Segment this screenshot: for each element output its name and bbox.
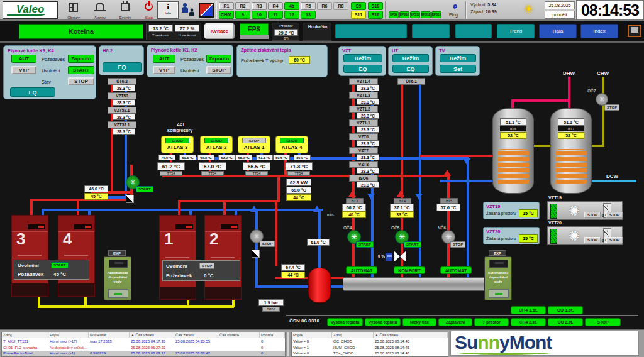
table-cell[interactable]	[218, 345, 260, 351]
relay-button-12[interactable]: 12	[284, 11, 299, 19]
table-cell[interactable]: T_AKU_TT121	[2, 339, 48, 344]
vzt-eq-button[interactable]: EQ	[343, 65, 382, 73]
relay-button-s11[interactable]: S11	[351, 11, 366, 19]
table-cell[interactable]: 0	[260, 351, 285, 356]
relay-button-s16[interactable]: S16	[368, 11, 383, 19]
houkacka-button[interactable]: Houkačka	[303, 23, 331, 41]
table-cell[interactable]	[218, 339, 260, 344]
tv-set-button[interactable]: Set	[440, 65, 476, 73]
status-button-co-2-st-[interactable]: CO 2.st.	[548, 318, 583, 326]
relay-button-s10[interactable]: S10	[368, 2, 383, 10]
table-cell[interactable]: Value = 1	[292, 345, 332, 351]
boiler34-uvolneni-state[interactable]: START	[51, 262, 69, 268]
info-button[interactable]: iInfo	[157, 1, 179, 19]
boiler-1[interactable]: 1	[159, 215, 196, 300]
status-button-ch4-1-st-[interactable]: CH4 1.st.	[511, 306, 546, 314]
table-cell[interactable]: CH01_FL2_porucha	[2, 345, 48, 351]
weekday-display[interactable]: pondělí	[545, 11, 575, 19]
status-button-zaplavení[interactable]: Zaplavení	[438, 318, 472, 326]
table-cell[interactable]: 25.08.2025 08:03:42	[174, 351, 218, 356]
table-cell[interactable]: Horní mez (>17)	[48, 339, 89, 344]
vzt19-setpoint[interactable]: 15 °C	[519, 209, 538, 217]
table-cell[interactable]: 0.996229	[89, 351, 130, 356]
eventy-button[interactable]: Eventy	[113, 1, 137, 19]
table-cell[interactable]: 25.08.2025 04:20:55	[174, 339, 218, 344]
table-header-cell[interactable]: Popis	[292, 332, 332, 338]
k34-uvolneni-value[interactable]: START	[68, 66, 94, 74]
table-header-cell[interactable]: Priorita	[260, 332, 285, 338]
boiler-4[interactable]: 4	[58, 215, 95, 297]
table-cell[interactable]: HUM_CHOD	[332, 345, 374, 351]
vzt19-stop-button-2[interactable]: STOP	[606, 212, 623, 218]
table-header-cell[interactable]: ▲ Čas vzniku	[374, 332, 448, 338]
eps-button-eps9[interactable]: EPS9	[389, 11, 399, 18]
table-cell[interactable]: Horní mez (>1)	[48, 351, 89, 356]
zzt-setpoint-value[interactable]: 60 °C	[289, 56, 310, 64]
tv-rezim-button[interactable]: Režim	[440, 54, 476, 62]
relay-button-r5[interactable]: R5	[301, 2, 316, 10]
status-button-t-prostor[interactable]: T prostor	[474, 318, 509, 326]
relay-button-r8[interactable]: R8	[333, 2, 348, 10]
table-cell[interactable]: 25.08.2025 08:14:45	[374, 339, 448, 344]
eps-button-eps12[interactable]: EPS12	[421, 11, 431, 18]
bt-setpoint-bt3[interactable]: 40 °C	[342, 211, 366, 218]
bt6-setpoint[interactable]: 52 °C	[500, 132, 526, 139]
relay-button-ch01[interactable]: CH01	[219, 11, 234, 19]
ping-button[interactable]: Ping	[444, 1, 463, 19]
table-cell[interactable]: 25.08.2025 04:17:36	[130, 339, 174, 344]
ut-eq-button[interactable]: EQ	[392, 65, 429, 73]
relay-button-4b[interactable]: 4b	[284, 2, 299, 10]
table-cell[interactable]	[174, 345, 218, 351]
table-cell[interactable]: max 17.2633	[89, 339, 130, 344]
table-header-cell[interactable]: Popis	[48, 332, 89, 338]
exp-device-2[interactable]: Automatické dopouštění vody	[484, 256, 512, 300]
eps-button-eps11[interactable]: EPS11	[410, 11, 420, 18]
compressor-atlas-1[interactable]: STOPATLAS 1	[238, 136, 270, 153]
table-header-cell[interactable]: Komentář	[89, 332, 130, 338]
k34-eq-button[interactable]: EQ	[10, 87, 55, 97]
boiler-2[interactable]: 2	[204, 215, 242, 300]
nav-blank-button-1[interactable]	[335, 24, 407, 38]
h62-eq-button[interactable]: EQ	[103, 62, 142, 72]
alarm-table[interactable]: ZdrojPopisKomentář▲ Čas vznikuČas zániku…	[1, 332, 286, 357]
k12-vyp-button[interactable]: VYP	[153, 66, 175, 74]
exp-device-1[interactable]: Automatické dopouštění vody	[104, 256, 131, 300]
k34-aut-button[interactable]: AUT	[11, 55, 36, 63]
table-header-cell[interactable]: Zdroj	[332, 332, 374, 338]
hala-button[interactable]: Hala	[539, 24, 577, 38]
vzt-rezim-button[interactable]: Režim	[343, 54, 382, 62]
boiler12-uvolneni-state[interactable]: STOP	[199, 263, 214, 269]
bt-setpoint-bt4[interactable]: 33 °C	[390, 211, 414, 218]
k34-vyp-button[interactable]: VYP	[11, 66, 36, 74]
boiler34-setpoint[interactable]: 45 °C	[84, 193, 108, 200]
bt7-setpoint[interactable]: 52 °C	[558, 132, 584, 139]
table-cell[interactable]: 25.08.2025 05:27:22	[130, 345, 174, 351]
table-cell[interactable]: PowerFactorTotal	[2, 351, 48, 356]
table-cell[interactable]	[218, 351, 260, 356]
status-button-stop[interactable]: STOP	[585, 318, 621, 326]
ut-rezim-button[interactable]: Režim	[392, 54, 429, 62]
index-button[interactable]: Index	[580, 24, 618, 38]
kotelna-title-button[interactable]: Kotelna	[19, 24, 143, 39]
k12-pozadavek-value[interactable]: Zapnuto	[206, 55, 231, 63]
status-button-co-1-st-[interactable]: CO 1.st.	[548, 306, 583, 314]
status-button-nízký-tlak[interactable]: Nízký tlak	[402, 318, 436, 326]
eps-button[interactable]: EPS	[240, 23, 269, 39]
table-cell[interactable]: 0	[260, 345, 285, 351]
t674-setpoint[interactable]: 44 °C	[281, 272, 305, 278]
trend-button[interactable]: Trend	[497, 24, 535, 38]
kw-setpoint[interactable]: 44 °C	[286, 194, 311, 201]
relay-button-r4[interactable]: R4	[268, 2, 283, 10]
mode-button-bt5[interactable]: AUTOMAT	[440, 266, 472, 274]
vzt19-stop-button-1[interactable]: STOP	[584, 212, 601, 218]
eps-button-eps10[interactable]: EPS10	[399, 11, 409, 18]
relay-button-r2[interactable]: R2	[235, 2, 250, 10]
table-cell[interactable]: 0	[260, 339, 285, 344]
nav-blank-button-3[interactable]	[455, 24, 492, 38]
relay-button-10[interactable]: 10	[252, 11, 267, 19]
alarm-table-scrollbar[interactable]	[286, 332, 290, 357]
oc7-pump[interactable]: ✳	[596, 93, 608, 106]
eps-button-eps13[interactable]: EPS13	[431, 11, 441, 18]
obrazy-button[interactable]: Obrazy	[62, 1, 86, 19]
relay-button-11[interactable]: 11	[268, 11, 283, 19]
